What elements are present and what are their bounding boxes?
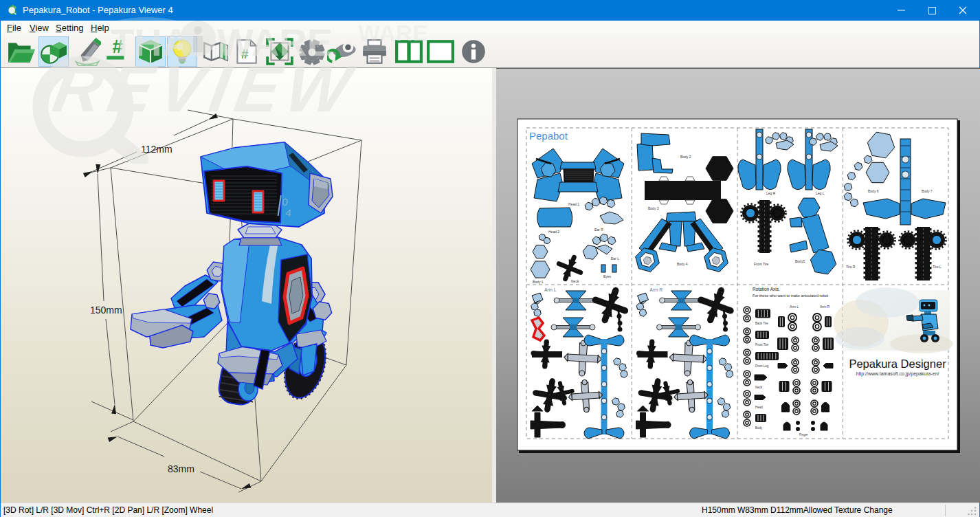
svg-text:Rotation Axis.: Rotation Axis. [753,287,780,292]
svg-text:Eyes: Eyes [603,274,612,278]
svg-text:Body5: Body5 [795,259,805,263]
svg-text:Body 4: Body 4 [677,262,688,266]
svg-text:Neck: Neck [571,279,579,283]
svg-text:Leg L: Leg L [816,191,825,195]
svg-text:Body 7: Body 7 [922,189,933,193]
svg-text:83mm: 83mm [168,463,194,474]
svg-text:Finger: Finger [799,433,808,437]
svg-text:Pepakura Designer: Pepakura Designer [849,358,946,370]
svg-text:Back Tire: Back Tire [755,322,768,325]
svg-text:Head 1: Head 1 [568,202,579,206]
svg-text:Front Tire: Front Tire [754,262,769,266]
svg-text:Front Tire: Front Tire [755,343,769,346]
svg-text:Body 1: Body 1 [533,280,544,284]
svg-text:Arm R: Arm R [650,287,663,292]
svg-text:Body 6: Body 6 [868,189,879,193]
svg-text:Leg R: Leg R [766,191,776,195]
svg-text:150mm: 150mm [90,305,122,316]
svg-text:112mm: 112mm [141,144,172,155]
svg-text:Body 3: Body 3 [648,206,659,210]
svg-text:Head: Head [755,406,763,409]
svg-text:Arm L: Arm L [544,287,557,292]
svg-text:For those who want to make art: For those who want to make articulated r… [753,294,829,298]
svg-text:Body: Body [755,426,763,430]
svg-text:Pepabot: Pepabot [529,130,568,142]
svg-text:#: # [241,47,249,62]
svg-text:Ear R: Ear R [594,228,603,232]
svg-text:Ear L: Ear L [611,256,619,261]
svg-text:Arm L: Arm L [790,305,799,309]
svg-text:Neck: Neck [755,386,763,389]
svg-text:Tire L: Tire L [933,265,942,269]
svg-text:Body 2: Body 2 [680,155,691,159]
svg-text:#: # [113,37,123,57]
svg-text:Front Leg: Front Leg [755,364,769,368]
svg-text:Arm R: Arm R [820,305,830,309]
svg-text:http://www.tamasoft.co.jp/pepa: http://www.tamasoft.co.jp/pepakura-en/ [856,371,939,377]
svg-text:Head 2: Head 2 [548,230,559,234]
svg-text:Tire R: Tire R [846,265,856,269]
